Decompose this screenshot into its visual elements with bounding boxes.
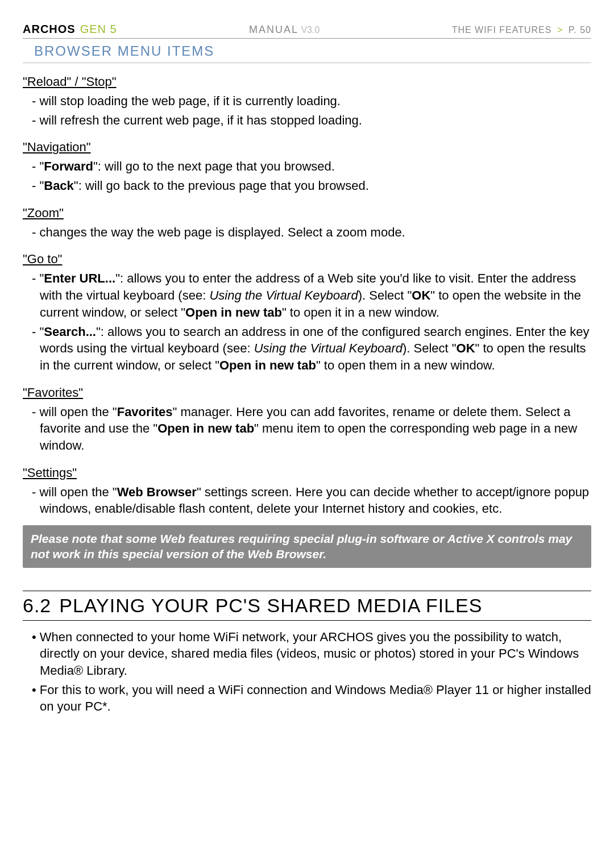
list-item: - "Forward": will go to the next page th… [28,158,591,175]
goto-bullets: - "Enter URL...": allows you to enter th… [23,270,591,373]
manual-version: V3.0 [301,25,320,35]
major-section-heading: 6.2 PLAYING YOUR PC'S SHARED MEDIA FILES [23,591,591,621]
settings-bullets: - will open the "Web Browser" settings s… [23,484,591,517]
list-item: When connected to your home WiFi network… [28,629,591,679]
list-item: - will open the "Web Browser" settings s… [28,484,591,517]
menu-item-settings: "Settings" [23,466,591,480]
list-item: For this to work, you will need a WiFi c… [28,682,591,715]
chapter-name: THE WIFI FEATURES [452,25,552,35]
reload-bullets: will stop loading the web page, if it is… [23,93,591,128]
list-item: - "Enter URL...": allows you to enter th… [28,270,591,321]
nav-forward-label: Forward [44,159,93,173]
link-virtual-keyboard: Using the Virtual Keyboard [254,341,403,355]
header-right: THE WIFI FEATURES > P. 50 [452,25,591,35]
list-item: - "Search...": allows you to search an a… [28,323,591,374]
navigation-bullets: - "Forward": will go to the next page th… [23,158,591,194]
nav-forward-text: : will go to the next page that you brow… [98,159,335,173]
nav-back-label: Back [44,178,74,193]
manual-label: MANUAL [249,24,298,35]
header-center: MANUAL V3.0 [249,24,320,36]
page-header: ARCHOS GEN 5 MANUAL V3.0 THE WIFI FEATUR… [23,23,591,39]
section-name: PLAYING YOUR PC'S SHARED MEDIA FILES [59,595,482,617]
section-number: 6.2 [23,595,51,617]
menu-item-zoom: "Zoom" [23,206,591,221]
enter-url-label: Enter URL... [44,271,115,285]
header-left: ARCHOS GEN 5 [23,23,117,36]
section-title: BROWSER MENU ITEMS [23,40,591,63]
favorites-bullets: - will open the "Favorites" manager. Her… [23,404,591,454]
list-item: changes the way the web page is displaye… [28,224,591,241]
brand-logo: ARCHOS [23,23,76,36]
menu-item-favorites: "Favorites" [23,385,591,400]
product-generation: GEN 5 [80,23,117,36]
page-number: P. 50 [569,25,591,35]
list-item: will stop loading the web page, if it is… [28,93,591,110]
shared-media-bullets: When connected to your home WiFi network… [23,629,591,715]
list-item: will refresh the current web page, if it… [28,112,591,129]
list-item: - will open the "Favorites" manager. Her… [28,404,591,454]
menu-item-goto: "Go to" [23,252,591,267]
chevron-right-icon: > [555,25,565,35]
zoom-bullets: changes the way the web page is displaye… [23,224,591,241]
nav-back-text: : will go back to the previous page that… [78,178,369,193]
menu-item-reload-stop: "Reload" / "Stop" [23,74,591,89]
note-box: Please note that some Web features requi… [23,525,591,568]
list-item: - "Back": will go back to the previous p… [28,177,591,194]
link-virtual-keyboard: Using the Virtual Keyboard [209,288,358,302]
search-label: Search... [44,325,96,339]
menu-item-navigation: "Navigation" [23,140,591,155]
